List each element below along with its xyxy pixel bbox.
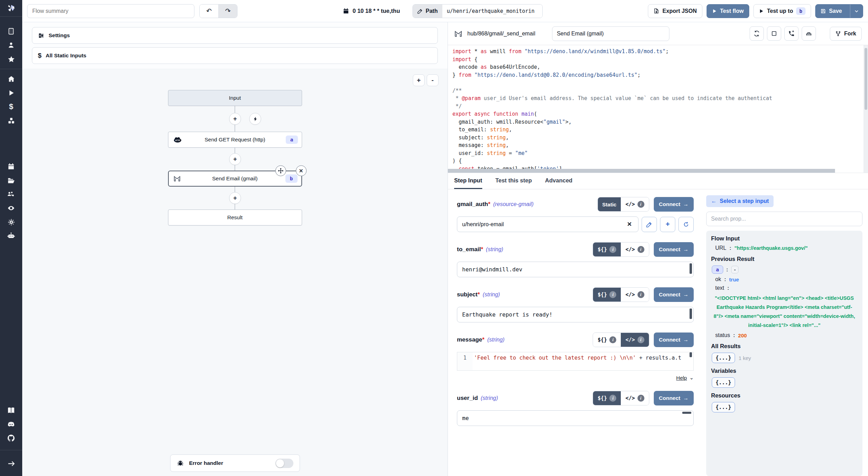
collapse-button[interactable]: - bbox=[731, 266, 738, 273]
hub-script-path[interactable]: hub/868/gmail/_send_email bbox=[467, 31, 535, 37]
result-text-key-row[interactable]: text: bbox=[715, 285, 858, 291]
mode-code[interactable]: </>i bbox=[621, 391, 649, 405]
gmail-auth-input[interactable] bbox=[462, 221, 626, 228]
mode-code[interactable]: </>i bbox=[621, 197, 649, 211]
add-step-button-1[interactable]: + bbox=[229, 113, 241, 125]
flow-settings-row[interactable]: Settings bbox=[32, 27, 438, 44]
select-step-input-button[interactable]: ← Select a step input bbox=[706, 195, 774, 207]
box-button[interactable] bbox=[767, 26, 781, 41]
groups-admin-icon[interactable] bbox=[0, 187, 22, 201]
step-summary-input[interactable] bbox=[552, 26, 669, 41]
refresh-sync-button[interactable] bbox=[750, 26, 764, 41]
all-static-inputs-row[interactable]: $ All Static Inputs bbox=[32, 47, 438, 64]
connect-button[interactable]: Connect→ bbox=[654, 197, 694, 212]
sleep-bench-button[interactable] bbox=[802, 26, 816, 41]
folders-icon[interactable] bbox=[0, 173, 22, 187]
error-handler-toggle[interactable] bbox=[275, 459, 293, 468]
textarea-grip[interactable] bbox=[690, 263, 692, 274]
mode-expr[interactable]: ${}i bbox=[593, 243, 621, 256]
connect-button[interactable]: Connect→ bbox=[654, 333, 694, 347]
favorites-star-icon[interactable] bbox=[0, 52, 22, 66]
result-status-row[interactable]: status: 200 bbox=[715, 332, 858, 338]
test-up-to-button[interactable]: Test up to b bbox=[753, 4, 811, 18]
textarea-grip[interactable] bbox=[690, 309, 692, 319]
variables-dollar-icon[interactable]: $ bbox=[0, 100, 22, 114]
resources-expand-button[interactable]: {...} bbox=[712, 402, 735, 412]
all-results-expand-button[interactable]: {...} bbox=[712, 353, 735, 363]
redo-button[interactable]: ↷ bbox=[218, 5, 237, 18]
github-icon[interactable] bbox=[0, 431, 22, 445]
flow-summary-input[interactable] bbox=[27, 4, 194, 18]
resources-cubes-icon[interactable] bbox=[0, 114, 22, 128]
add-step-button-2[interactable]: + bbox=[229, 153, 241, 165]
settings-gear-icon[interactable] bbox=[0, 215, 22, 229]
export-json-button[interactable]: Export JSON bbox=[648, 4, 702, 18]
windmill-logo-icon[interactable] bbox=[0, 0, 22, 17]
subject-input[interactable] bbox=[462, 311, 688, 318]
trigger-bolt-button[interactable] bbox=[249, 113, 261, 125]
tab-test-this-step[interactable]: Test this step bbox=[495, 173, 532, 189]
tab-step-input[interactable]: Step Input bbox=[454, 173, 482, 189]
connect-button[interactable]: Connect→ bbox=[654, 287, 694, 302]
flow-input-url-row[interactable]: URL: "https://earthquake.usgs.gov/" bbox=[715, 245, 858, 251]
variables-expand-button[interactable]: {...} bbox=[712, 377, 735, 388]
clear-resource-button[interactable]: ✕ bbox=[626, 221, 633, 228]
schedules-calendar-icon[interactable] bbox=[0, 159, 22, 173]
mode-expr[interactable]: ${}i bbox=[593, 288, 621, 302]
code-editor[interactable]: import * as wmill from "https://deno.lan… bbox=[448, 45, 868, 173]
webhook-phone-button[interactable] bbox=[784, 26, 799, 41]
result-a-badge[interactable]: a bbox=[712, 265, 723, 274]
mode-code[interactable]: </>i bbox=[621, 243, 649, 256]
code-vertical-scrollbar[interactable] bbox=[863, 45, 868, 173]
mode-static[interactable]: Static bbox=[598, 197, 621, 211]
add-resource-button[interactable]: + bbox=[660, 217, 675, 232]
ai-robot-icon[interactable] bbox=[0, 229, 22, 243]
mode-expr[interactable]: ${}i bbox=[593, 391, 621, 405]
node-result[interactable]: Result bbox=[168, 210, 302, 225]
add-step-button-3[interactable]: + bbox=[229, 192, 241, 204]
error-handler-row[interactable]: Error handler bbox=[170, 454, 300, 472]
user-id-input[interactable] bbox=[462, 415, 688, 421]
user-icon[interactable] bbox=[0, 38, 22, 52]
to-email-input[interactable] bbox=[462, 266, 688, 273]
schedule-summary[interactable]: 0 10 18 * * tue,thu bbox=[343, 8, 400, 14]
mode-expr[interactable]: ${}i bbox=[593, 333, 621, 347]
refresh-resource-button[interactable] bbox=[678, 217, 694, 232]
fork-button[interactable]: Fork bbox=[830, 27, 862, 41]
edit-resource-button[interactable] bbox=[642, 217, 657, 232]
tab-advanced[interactable]: Advanced bbox=[545, 173, 573, 189]
save-button[interactable]: Save bbox=[815, 4, 863, 18]
editor-scroll-thumb[interactable] bbox=[690, 352, 692, 357]
result-ok-row[interactable]: ok: true bbox=[715, 276, 858, 282]
mode-code[interactable]: </>i bbox=[621, 288, 649, 302]
undo-button[interactable]: ↶ bbox=[200, 5, 218, 18]
connect-button[interactable]: Connect→ bbox=[654, 242, 694, 257]
move-node-button[interactable] bbox=[275, 165, 286, 176]
zoom-in-button[interactable]: + bbox=[413, 74, 425, 86]
path-edit-button[interactable]: Path bbox=[413, 5, 442, 18]
zoom-out-button[interactable]: - bbox=[427, 74, 439, 86]
home-icon[interactable] bbox=[0, 72, 22, 86]
help-link[interactable]: Help bbox=[676, 375, 687, 381]
save-dropdown-chevron[interactable] bbox=[850, 5, 863, 18]
test-flow-button[interactable]: Test flow bbox=[707, 4, 749, 18]
path-value[interactable]: u/henri/earthquake_monitorin bbox=[442, 5, 542, 18]
discord-icon[interactable] bbox=[0, 417, 22, 431]
textarea-grip[interactable] bbox=[682, 412, 691, 414]
connect-button[interactable]: Connect→ bbox=[654, 391, 694, 405]
result-text-value[interactable]: "<!DOCTYPE html> <html lang="en"> <head>… bbox=[712, 294, 856, 330]
delete-node-button[interactable]: ✕ bbox=[296, 165, 307, 176]
message-code-editor[interactable]: 1 'Feel free to check out the latest rep… bbox=[457, 352, 694, 371]
docs-book-icon[interactable] bbox=[0, 403, 22, 417]
collapse-sidebar-arrow-icon[interactable] bbox=[0, 457, 22, 470]
runs-play-icon[interactable] bbox=[0, 86, 22, 100]
audit-eye-icon[interactable] bbox=[0, 201, 22, 215]
workspace-icon[interactable] bbox=[0, 24, 22, 38]
code-horizontal-scrollbar[interactable] bbox=[448, 169, 835, 173]
node-a-send-get-request[interactable]: HTTP Send GET Request (http) a bbox=[168, 132, 302, 148]
node-b-send-email[interactable]: ✕ Send Email (gmail) b bbox=[168, 171, 302, 187]
flow-canvas[interactable]: + - Input + HTTP Send GET Req bbox=[22, 69, 448, 476]
search-prop-input[interactable] bbox=[706, 212, 862, 226]
mode-code[interactable]: </>i bbox=[621, 333, 649, 347]
node-input[interactable]: Input bbox=[168, 90, 302, 106]
